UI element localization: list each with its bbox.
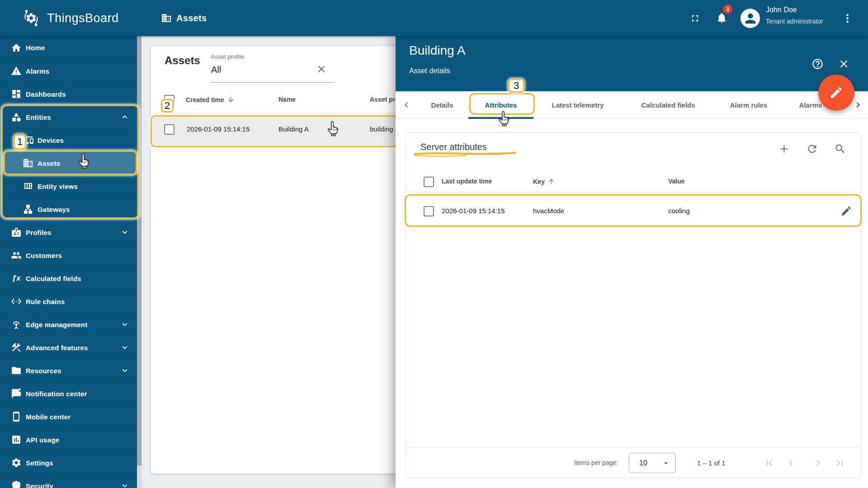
person-icon bbox=[743, 11, 758, 26]
sidebar-item-label: Customers bbox=[26, 252, 62, 259]
attribute-row[interactable]: 2026-01-09 15:14:15 hvacMode cooling bbox=[406, 196, 861, 226]
sidebar-item-rule-chains[interactable]: Rule chains bbox=[0, 290, 142, 313]
asset-details-panel: Building A Asset details Details Attribu… bbox=[396, 36, 868, 488]
sidebar-item-mobile-center[interactable]: Mobile center bbox=[0, 405, 142, 428]
search-button[interactable] bbox=[834, 143, 846, 155]
sidebar-item-api-usage[interactable]: API usage bbox=[0, 428, 142, 451]
sidebar-item-edge-management[interactable]: Edge management bbox=[0, 313, 142, 336]
sidebar-item-label: Alarms bbox=[26, 67, 49, 75]
row-checkbox[interactable] bbox=[164, 124, 175, 135]
sidebar-item-home[interactable]: Home bbox=[0, 36, 142, 59]
column-header-created-time[interactable]: Created time bbox=[186, 96, 235, 103]
sidebar-item-label: Gateways bbox=[38, 206, 70, 213]
sidebar-item-alarms[interactable]: Alarms bbox=[0, 59, 142, 82]
help-button[interactable] bbox=[811, 58, 824, 70]
next-page-button[interactable] bbox=[812, 457, 824, 469]
sidebar-item-calculated-fields[interactable]: ƒx Calculated fields bbox=[0, 267, 142, 290]
cell-asset-profile: building bbox=[370, 125, 393, 133]
column-label: Last update time bbox=[442, 178, 492, 185]
assets-card-title: Assets bbox=[165, 54, 200, 67]
sidebar-item-dashboards[interactable]: Dashboards bbox=[0, 82, 142, 105]
sidebar-item-advanced-features[interactable]: Advanced features bbox=[0, 336, 142, 359]
sidebar-item-assets[interactable]: Assets bbox=[0, 151, 142, 174]
first-page-icon bbox=[764, 457, 775, 469]
tabs-bar: Details Attributes Latest telemetry Calc… bbox=[396, 91, 868, 119]
attribute-scope-select[interactable]: Server attributes bbox=[420, 142, 487, 152]
close-icon bbox=[316, 63, 327, 75]
sidebar-item-label: Profiles bbox=[26, 229, 52, 236]
pencil-icon bbox=[829, 85, 844, 100]
function-fx-icon: ƒx bbox=[11, 274, 22, 283]
sidebar-item-security[interactable]: Security bbox=[0, 474, 142, 488]
plus-icon bbox=[778, 143, 790, 155]
sidebar-item-label: Advanced features bbox=[26, 344, 88, 352]
close-panel-button[interactable] bbox=[838, 58, 850, 70]
items-per-page-label: Items per page: bbox=[574, 459, 618, 466]
avatar[interactable] bbox=[741, 9, 760, 28]
smartphone-icon bbox=[11, 411, 22, 422]
folder-icon bbox=[11, 365, 22, 376]
fullscreen-button[interactable] bbox=[690, 13, 700, 23]
column-header-last-update-time[interactable]: Last update time bbox=[442, 178, 492, 185]
sort-asc-icon bbox=[547, 178, 555, 185]
column-header-name[interactable]: Name bbox=[278, 96, 296, 103]
search-icon bbox=[834, 143, 846, 155]
last-page-button[interactable] bbox=[834, 457, 845, 469]
cell-name: Building A bbox=[278, 125, 309, 133]
building-icon bbox=[161, 13, 172, 23]
pagination-range: 1 – 1 of 1 bbox=[697, 459, 726, 467]
more-menu-button[interactable] bbox=[842, 13, 853, 24]
gear-icon bbox=[11, 457, 22, 468]
pencil-icon bbox=[840, 205, 852, 217]
tab-calculated-fields[interactable]: Calculated fields bbox=[641, 91, 695, 118]
sidebar-item-label: Rule chains bbox=[26, 298, 65, 305]
tabs-scroll-right-button[interactable] bbox=[853, 99, 863, 110]
chevron-down-icon bbox=[120, 366, 130, 375]
notifications-badge: 3 bbox=[723, 5, 732, 14]
sidebar-item-entity-views[interactable]: Entity views bbox=[0, 174, 142, 197]
tabs-scroll-left-button[interactable] bbox=[401, 99, 412, 110]
filter-underline bbox=[211, 82, 335, 83]
caret-down-icon bbox=[661, 458, 671, 468]
refresh-button[interactable] bbox=[806, 143, 818, 155]
asset-profile-filter-select[interactable]: All bbox=[211, 65, 221, 75]
sidebar-item-gateways[interactable]: Gateways bbox=[0, 197, 142, 221]
column-header-value[interactable]: Value bbox=[668, 178, 685, 185]
items-per-page-select[interactable]: 10 bbox=[629, 453, 676, 473]
tab-attributes[interactable]: Attributes bbox=[485, 91, 517, 118]
shield-icon bbox=[11, 480, 22, 488]
chevron-right-icon bbox=[812, 457, 824, 469]
edit-asset-fab[interactable] bbox=[818, 75, 854, 111]
column-label: Created time bbox=[186, 96, 224, 103]
first-page-button[interactable] bbox=[764, 457, 775, 469]
asset-profile-filter-label: Asset profile bbox=[211, 53, 244, 60]
sidebar-item-notification-center[interactable]: Notification center bbox=[0, 382, 142, 405]
row-checkbox[interactable] bbox=[424, 206, 434, 216]
sidebar-item-profiles[interactable]: Profiles bbox=[0, 221, 142, 244]
add-attribute-button[interactable] bbox=[778, 143, 790, 155]
clear-filter-button[interactable] bbox=[316, 63, 327, 75]
bar-chart-icon bbox=[11, 434, 22, 445]
attributes-card: Server attributes Last update time Key V… bbox=[406, 132, 861, 478]
scrollbar-thumb[interactable] bbox=[137, 36, 142, 465]
edge-antenna-icon bbox=[11, 319, 22, 330]
select-all-checkbox[interactable] bbox=[424, 177, 434, 187]
sidebar-item-label: Devices bbox=[38, 136, 64, 144]
sidebar-item-entities[interactable]: Entities bbox=[0, 105, 142, 128]
kebab-icon bbox=[842, 13, 853, 24]
column-header-key[interactable]: Key bbox=[533, 178, 555, 185]
fullscreen-icon bbox=[690, 13, 700, 23]
refresh-icon bbox=[806, 143, 818, 155]
sidebar-item-resources[interactable]: Resources bbox=[0, 359, 142, 382]
previous-page-button[interactable] bbox=[785, 457, 797, 469]
tab-details[interactable]: Details bbox=[431, 91, 453, 118]
building-icon bbox=[23, 158, 33, 169]
sidebar-item-settings[interactable]: Settings bbox=[0, 451, 142, 474]
edit-attribute-button[interactable] bbox=[840, 205, 852, 217]
sidebar-item-customers[interactable]: Customers bbox=[0, 244, 142, 267]
column-label: Value bbox=[668, 178, 685, 185]
tab-alarm-rules[interactable]: Alarm rules bbox=[730, 91, 768, 118]
rule-chains-icon bbox=[11, 296, 22, 307]
tab-latest-telemetry[interactable]: Latest telemetry bbox=[552, 91, 604, 118]
sidebar-scrollbar[interactable] bbox=[137, 36, 142, 488]
